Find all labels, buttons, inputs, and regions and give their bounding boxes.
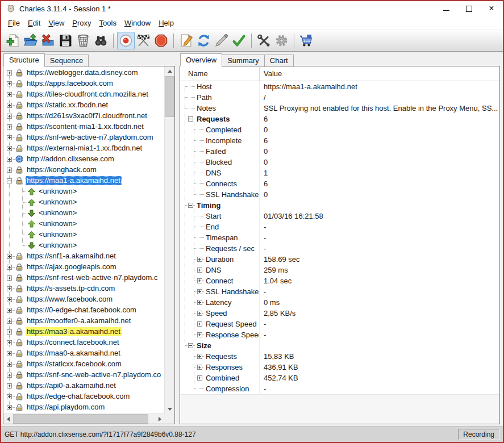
tree-item[interactable]: https://apps.facebook.com: [3, 78, 165, 89]
expand-plus-icon[interactable]: [197, 278, 202, 283]
tree-item[interactable]: <unknown>: [3, 240, 165, 251]
overview-row[interactable]: Responses436,91 KB: [180, 362, 499, 373]
menu-edit[interactable]: Edit: [24, 17, 44, 29]
tree-item[interactable]: https://snf1-a.akamaihd.net: [3, 251, 165, 262]
overview-row[interactable]: SSL Handshake-: [180, 286, 499, 297]
tab-sequence[interactable]: Sequence: [44, 55, 89, 67]
close-session-button[interactable]: [39, 32, 57, 49]
expand-plus-icon[interactable]: [7, 308, 12, 313]
expand-plus-icon[interactable]: [7, 157, 12, 162]
record-button[interactable]: [117, 32, 135, 49]
tree-item[interactable]: <unknown>: [3, 219, 165, 229]
tree-item[interactable]: <unknown>: [3, 186, 165, 197]
tree-item[interactable]: https://maa3-a.akamaihd.net: [3, 327, 165, 337]
throttling-button[interactable]: [135, 32, 152, 49]
scroll-down-button[interactable]: [165, 404, 174, 414]
tab-chart[interactable]: Chart: [264, 55, 294, 67]
expand-plus-icon[interactable]: [7, 146, 12, 151]
scroll-left-button[interactable]: [3, 414, 13, 424]
tree-item[interactable]: https://s-assets.tp-cdn.com: [3, 283, 165, 294]
tree-item[interactable]: https://weblogger.data.disney.com: [3, 68, 165, 78]
overview-row[interactable]: Blocked0: [180, 157, 499, 168]
tree-item[interactable]: https://snf-rest-web-active-n7.playdom.c: [3, 273, 165, 283]
collapse-minus-icon[interactable]: [188, 203, 193, 208]
breakpoints-button[interactable]: [152, 32, 170, 49]
web-shop-button[interactable]: [298, 32, 315, 49]
edit-button[interactable]: [213, 32, 230, 49]
overview-row[interactable]: Requests6: [180, 114, 499, 124]
overview-row[interactable]: DNS259 ms: [180, 265, 499, 275]
menu-view[interactable]: View: [44, 17, 68, 29]
tab-structure[interactable]: Structure: [3, 53, 45, 66]
expand-plus-icon[interactable]: [7, 70, 12, 76]
expand-plus-icon[interactable]: [7, 394, 12, 399]
overview-row[interactable]: SSL Handshakes0: [180, 189, 499, 200]
expand-plus-icon[interactable]: [197, 365, 202, 370]
overview-row[interactable]: Path/: [180, 92, 499, 103]
expand-plus-icon[interactable]: [7, 297, 12, 302]
overview-row[interactable]: DNS1: [180, 168, 499, 178]
horizontal-scroll-thumb[interactable]: [13, 414, 148, 424]
expand-plus-icon[interactable]: [197, 289, 202, 294]
compose-button[interactable]: [177, 32, 195, 49]
overview-row[interactable]: Completed0: [180, 124, 499, 135]
column-header-name[interactable]: Name: [180, 66, 260, 81]
overview-row[interactable]: Connect1.04 sec: [180, 275, 499, 286]
scroll-right-button[interactable]: [155, 414, 165, 424]
tab-overview[interactable]: Overview: [180, 53, 222, 66]
tree-item[interactable]: <unknown>: [3, 229, 165, 240]
overview-row[interactable]: Incomplete6: [180, 135, 499, 146]
expand-plus-icon[interactable]: [7, 340, 12, 345]
expand-plus-icon[interactable]: [7, 92, 12, 97]
menu-window[interactable]: Window: [120, 17, 155, 29]
tree-horizontal-scrollbar[interactable]: [3, 413, 165, 424]
panel-splitter[interactable]: [175, 53, 180, 424]
expand-plus-icon[interactable]: [197, 311, 202, 316]
maximize-button[interactable]: [457, 1, 480, 16]
tree-item[interactable]: https://edge-chat.facebook.com: [3, 391, 165, 402]
tree-item[interactable]: https://ajax.googleapis.com: [3, 262, 165, 273]
tree-item[interactable]: <unknown>: [3, 197, 165, 208]
new-session-button[interactable]: [4, 32, 22, 49]
expand-plus-icon[interactable]: [197, 375, 202, 381]
tree-item[interactable]: https://maa0-a.akamaihd.net: [3, 348, 165, 359]
expand-plus-icon[interactable]: [7, 351, 12, 356]
collapse-minus-icon[interactable]: [188, 116, 193, 122]
overview-row[interactable]: Timing: [180, 200, 499, 211]
tab-summary[interactable]: Summary: [222, 55, 265, 67]
tree-item[interactable]: https://0-edge-chat.facebook.com: [3, 305, 165, 316]
find-button[interactable]: [92, 32, 110, 49]
expand-plus-icon[interactable]: [7, 319, 12, 324]
expand-plus-icon[interactable]: [7, 168, 12, 173]
expand-plus-icon[interactable]: [197, 300, 202, 305]
expand-plus-icon[interactable]: [197, 332, 202, 337]
expand-plus-icon[interactable]: [7, 254, 12, 259]
expand-plus-icon[interactable]: [7, 265, 12, 270]
tree-item[interactable]: https://api.playdom.com: [3, 402, 165, 413]
tree-item[interactable]: https://konghack.com: [3, 165, 165, 175]
collapse-minus-icon[interactable]: [188, 343, 193, 348]
expand-plus-icon[interactable]: [7, 135, 12, 140]
clear-session-button[interactable]: [74, 32, 92, 49]
recording-indicator[interactable]: Recording: [458, 429, 499, 440]
tree-item[interactable]: http://addon.clixsense.com: [3, 154, 165, 165]
expand-plus-icon[interactable]: [7, 373, 12, 378]
expand-plus-icon[interactable]: [7, 362, 12, 367]
menu-tools[interactable]: Tools: [95, 17, 120, 29]
overview-row[interactable]: Hosthttps://maa1-a.akamaihd.net: [180, 81, 499, 92]
expand-plus-icon[interactable]: [197, 257, 202, 262]
column-header-value[interactable]: Value: [260, 66, 499, 81]
expand-plus-icon[interactable]: [7, 114, 12, 119]
overview-row[interactable]: Failed0: [180, 146, 499, 157]
open-session-button[interactable]: [22, 32, 39, 49]
expand-plus-icon[interactable]: [7, 124, 12, 129]
overview-row[interactable]: End-: [180, 222, 499, 232]
tree-item[interactable]: https://d261sv3xac0f7i.cloudfront.net: [3, 111, 165, 122]
overview-row[interactable]: Start01/03/16 16:21:58: [180, 211, 499, 222]
expand-plus-icon[interactable]: [7, 286, 12, 291]
expand-plus-icon[interactable]: [7, 275, 12, 281]
validate-button[interactable]: [230, 32, 248, 49]
tree-vertical-scrollbar[interactable]: [164, 66, 174, 414]
overview-row[interactable]: Timespan-: [180, 232, 499, 243]
tree-item[interactable]: https://api0-a.akamaihd.net: [3, 381, 165, 391]
